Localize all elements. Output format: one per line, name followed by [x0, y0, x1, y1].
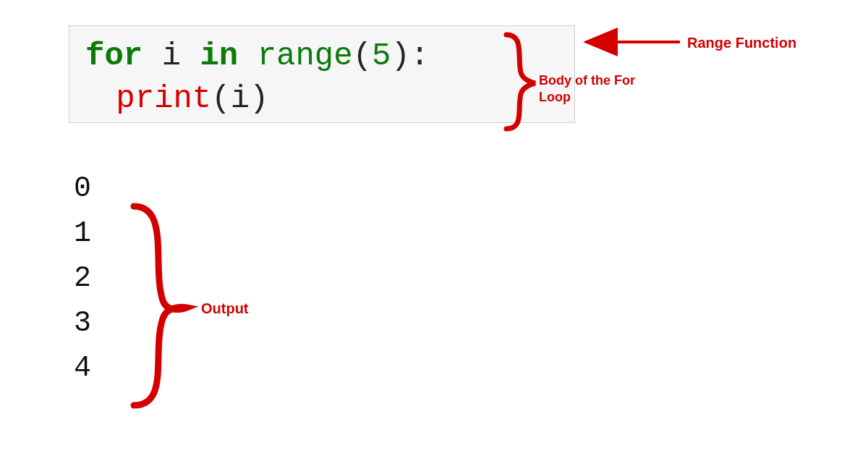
code-line-1: for i in range(5): — [85, 35, 561, 77]
func-print: print — [116, 80, 211, 117]
output-line: 2 — [74, 256, 91, 301]
print-arg: i — [231, 80, 250, 117]
output-line: 0 — [74, 166, 91, 211]
annotation-body-label: Body of the For Loop — [539, 72, 662, 105]
paren-close-colon: ): — [391, 38, 430, 74]
output-block: 0 1 2 3 4 — [74, 166, 91, 391]
brace-output-icon — [134, 206, 187, 405]
variable-i: i — [162, 38, 181, 74]
paren-open: ( — [353, 38, 372, 74]
print-paren-close: ) — [250, 80, 268, 117]
code-cell: for i in range(5): print(i) — [69, 25, 575, 123]
keyword-in: in — [200, 38, 238, 74]
output-line: 1 — [74, 211, 91, 256]
print-paren-open: ( — [211, 80, 230, 117]
code-line-2: print(i) — [85, 77, 561, 120]
annotation-output-label: Output — [201, 300, 249, 317]
range-arg: 5 — [372, 38, 391, 74]
keyword-for: for — [85, 38, 142, 74]
output-line: 4 — [74, 346, 91, 391]
for-loop-diagram: for i in range(5): print(i) 0 1 2 3 4 Ra… — [0, 0, 868, 456]
output-line: 3 — [74, 301, 91, 346]
annotation-range-label: Range Function — [687, 35, 796, 51]
func-range: range — [258, 38, 353, 74]
